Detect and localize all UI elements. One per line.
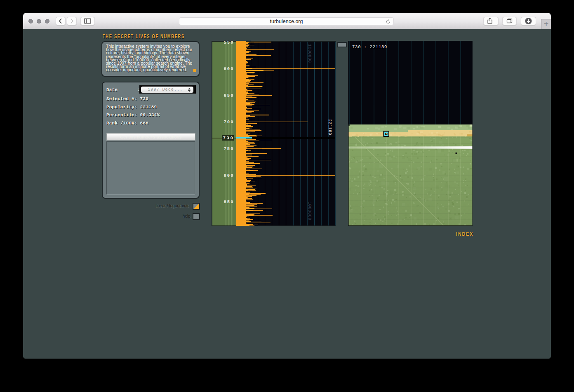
- svg-text:700: 700: [224, 120, 234, 124]
- svg-text:1000000: 1000000: [307, 202, 312, 221]
- svg-text:750: 750: [224, 146, 234, 151]
- svg-text:221189: 221189: [327, 119, 332, 135]
- svg-text:730 : 221189: 730 : 221189: [352, 45, 387, 49]
- svg-text:550: 550: [224, 41, 234, 45]
- svg-text:600: 600: [224, 66, 234, 71]
- svg-text:730: 730: [223, 136, 234, 141]
- svg-text:1000000: 1000000: [307, 44, 312, 63]
- svg-text:800: 800: [224, 173, 234, 178]
- svg-text:650: 650: [224, 93, 234, 98]
- svg-text:850: 850: [224, 200, 234, 204]
